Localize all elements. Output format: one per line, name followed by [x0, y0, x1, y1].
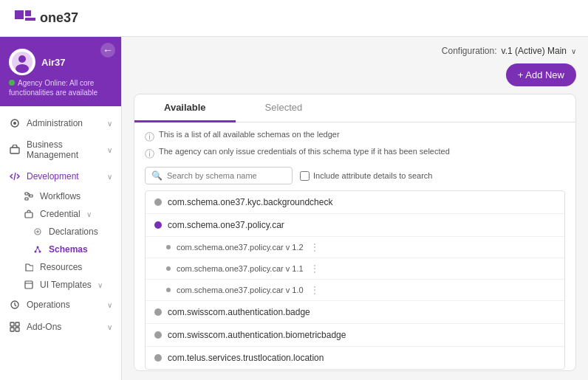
sidebar: ← Air37 Agency Online: All core function… [0, 37, 122, 380]
info-row-2: ⓘ The agency can only issue credentials … [145, 147, 565, 161]
schema-dot-3 [154, 308, 162, 316]
search-input[interactable] [167, 171, 286, 180]
workflows-icon [24, 191, 34, 201]
svg-point-5 [16, 64, 29, 73]
operations-chevron: ∨ [107, 301, 112, 309]
administration-icon [9, 117, 21, 129]
credential-chevron: ∨ [86, 210, 92, 218]
more-icon-2a[interactable]: ⋮ [310, 241, 320, 253]
sidebar-item-resources-label: Resources [40, 262, 82, 272]
pagination: 1 - 20 of 62 < 1 2 3 4 > 20 50 100 rows … [145, 370, 565, 371]
add-ons-chevron: ∨ [107, 323, 112, 331]
include-attr-text: Include attribute details to search [313, 171, 432, 180]
main-layout: ← Air37 Agency Online: All core function… [0, 37, 588, 380]
administration-chevron: ∨ [107, 120, 112, 128]
search-icon: 🔍 [151, 170, 163, 181]
toolbar: + Add New [134, 63, 576, 86]
schema-name-1: com.schema.one37.kyc.backgroundcheck [168, 197, 555, 207]
sidebar-item-resources[interactable]: Resources [0, 258, 121, 276]
more-icon-2b[interactable]: ⋮ [310, 263, 320, 274]
info-row-1: ⓘ This is a list of all available schema… [145, 130, 565, 144]
schema-name-5: com.telus.services.trustlocation.locatio… [168, 353, 555, 363]
svg-rect-1 [25, 10, 31, 16]
schema-name-2: com.schema.one37.policy.car [168, 220, 555, 230]
sidebar-item-schemas-label: Schemas [49, 244, 88, 255]
sidebar-item-workflows[interactable]: Workflows [0, 187, 121, 205]
sidebar-item-development[interactable]: Development ∨ [0, 165, 121, 187]
schema-row-1[interactable]: com.schema.one37.kyc.backgroundcheck [146, 191, 564, 214]
sidebar-item-schemas[interactable]: Schemas [0, 241, 121, 258]
sub-schema-row-2c[interactable]: com.schema.one37.policy.car v 1.0 ⋮ [146, 280, 564, 301]
sidebar-item-credential-label: Credential [40, 209, 81, 219]
business-management-icon [9, 144, 21, 156]
sidebar-item-development-label: Development [27, 171, 101, 182]
schema-row-3[interactable]: com.swisscom.authentication.badge [146, 301, 564, 324]
svg-rect-27 [10, 328, 14, 331]
schema-row-4[interactable]: com.swisscom.authentication.biometricbad… [146, 324, 564, 347]
sidebar-item-operations-label: Operations [27, 300, 101, 310]
sidebar-item-business-management-label: Business Management [27, 139, 101, 160]
collapse-button[interactable]: ← [100, 43, 115, 58]
sub-dot-2a [166, 245, 171, 249]
config-value: v.1 (Active) Main [502, 46, 567, 56]
schema-name-4: com.swisscom.authentication.biometricbad… [168, 330, 555, 340]
search-box: 🔍 [145, 167, 293, 184]
sidebar-item-administration-label: Administration [27, 118, 101, 128]
add-new-button[interactable]: + Add New [506, 63, 576, 86]
svg-rect-28 [16, 328, 19, 331]
content-area: Configuration: v.1 (Active) Main ∨ + Add… [122, 37, 588, 380]
sub-schema-row-2b[interactable]: com.schema.one37.policy.car v 1.1 ⋮ [146, 258, 564, 280]
profile-status: Agency Online: All core functionalities … [9, 78, 112, 97]
sidebar-item-ui-templates[interactable]: UI Templates ∨ [0, 276, 121, 294]
schema-row-5[interactable]: com.telus.services.trustlocation.locatio… [146, 347, 564, 369]
logo-text: one37 [40, 10, 78, 26]
svg-point-4 [18, 55, 26, 63]
info-text-1: This is a list of all available schemas … [159, 130, 340, 139]
schema-panel: Available Selected ⓘ This is a list of a… [134, 94, 576, 371]
schema-dot-4 [154, 331, 162, 339]
svg-line-20 [35, 247, 38, 252]
info-icon-1: ⓘ [145, 131, 154, 144]
sidebar-item-ui-templates-label: UI Templates [40, 280, 92, 290]
svg-rect-0 [15, 10, 24, 19]
sidebar-nav: Administration ∨ Business Management ∨ D… [0, 106, 121, 380]
sub-schema-row-2a[interactable]: com.schema.one37.policy.car v 1.2 ⋮ [146, 237, 564, 258]
svg-line-9 [14, 173, 16, 180]
svg-rect-10 [25, 193, 28, 195]
avatar [9, 49, 35, 75]
include-attr-label[interactable]: Include attribute details to search [300, 171, 432, 181]
config-chevron[interactable]: ∨ [571, 47, 576, 55]
svg-rect-25 [10, 322, 14, 326]
sidebar-item-operations[interactable]: Operations ∨ [0, 294, 121, 316]
schema-dot-5 [154, 354, 162, 362]
svg-point-7 [13, 122, 16, 125]
schema-dot-1 [154, 198, 162, 206]
sidebar-item-add-ons[interactable]: Add-Ons ∨ [0, 316, 121, 338]
tab-available[interactable]: Available [134, 94, 236, 122]
sidebar-item-add-ons-label: Add-Ons [27, 322, 101, 332]
schema-row-2[interactable]: com.schema.one37.policy.car [146, 214, 564, 237]
development-icon [9, 170, 21, 182]
svg-rect-13 [25, 213, 33, 218]
sidebar-item-credential[interactable]: Credential ∨ [0, 205, 121, 223]
status-dot [9, 80, 15, 86]
sidebar-item-declarations[interactable]: Declarations [0, 223, 121, 241]
more-icon-2c[interactable]: ⋮ [310, 284, 320, 296]
search-row: 🔍 Include attribute details to search [145, 167, 565, 184]
sub-schema-name-2a: com.schema.one37.policy.car v 1.2 [177, 243, 304, 252]
svg-rect-8 [10, 148, 19, 153]
sidebar-item-administration[interactable]: Administration ∨ [0, 112, 121, 134]
svg-rect-12 [25, 198, 28, 200]
sidebar-item-workflows-label: Workflows [40, 191, 81, 201]
include-attr-checkbox[interactable] [300, 171, 310, 181]
schema-dot-2 [154, 221, 162, 229]
config-bar: Configuration: v.1 (Active) Main ∨ [134, 46, 576, 56]
tab-selected[interactable]: Selected [236, 94, 332, 122]
schemas-icon [33, 244, 43, 255]
logo-icon [15, 10, 35, 27]
panel-body: ⓘ This is a list of all available schema… [134, 122, 575, 371]
sidebar-item-declarations-label: Declarations [49, 227, 98, 237]
operations-icon [9, 299, 21, 311]
sub-schema-name-2c: com.schema.one37.policy.car v 1.0 [177, 286, 304, 294]
sidebar-item-business-management[interactable]: Business Management ∨ [0, 134, 121, 165]
